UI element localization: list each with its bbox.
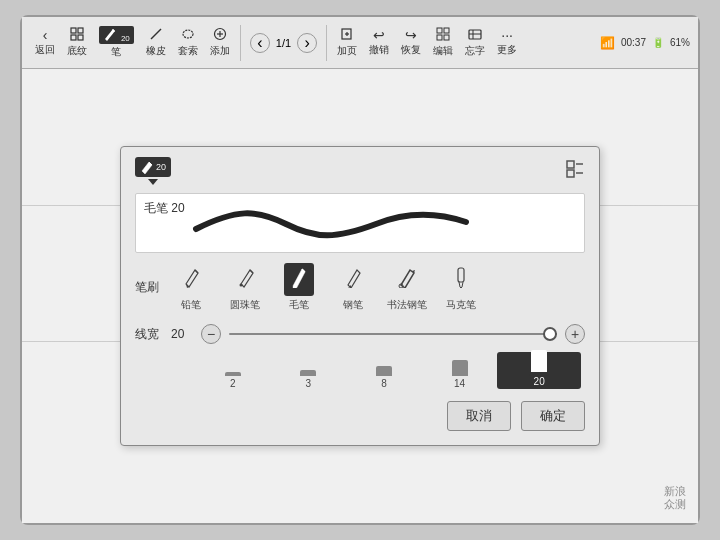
- svg-rect-1: [78, 28, 83, 33]
- pen-panel: 20 毛笔 20 笔刷: [120, 146, 600, 446]
- svg-rect-15: [444, 35, 449, 40]
- status-bar: 📶 00:37 🔋 61%: [600, 36, 690, 50]
- next-page-btn[interactable]: ›: [297, 33, 317, 53]
- btn-row: 取消 确定: [135, 401, 585, 431]
- toolbar-more[interactable]: ··· 更多: [492, 26, 522, 59]
- tick-2[interactable]: 2: [195, 356, 271, 389]
- toolbar-addpage[interactable]: 加页: [332, 25, 362, 60]
- pen-types-row: 笔刷 铅笔 圆珠笔: [135, 263, 585, 312]
- linewidth-plus[interactable]: +: [565, 324, 585, 344]
- toolbar-redo[interactable]: ↪ 恢复: [396, 26, 426, 59]
- wifi-icon: 📶: [600, 36, 615, 50]
- prev-page-btn[interactable]: ‹: [250, 33, 270, 53]
- toolbar-lasso[interactable]: 套索: [173, 25, 203, 60]
- tick-14[interactable]: 14: [422, 356, 498, 389]
- pen-type-fountain[interactable]: 钢笔: [331, 263, 375, 312]
- svg-rect-14: [437, 35, 442, 40]
- expand-icon[interactable]: [565, 159, 585, 183]
- svg-rect-21: [567, 170, 574, 177]
- panel-top-row: 20: [135, 157, 585, 185]
- toolbar-template[interactable]: 底纹: [62, 25, 92, 60]
- pen-icon-selected: 20: [135, 157, 171, 177]
- toolbar: ‹ 返回 底纹 20 笔 橡皮 套索: [22, 17, 698, 69]
- toolbar-undo[interactable]: ↩ 撤销: [364, 26, 394, 59]
- linewidth-slider[interactable]: [229, 324, 557, 344]
- tick-3[interactable]: 3: [271, 356, 347, 389]
- watermark: 新浪 众测: [664, 485, 686, 511]
- stroke-preview: 毛笔 20: [135, 193, 585, 253]
- pen-type-ballpen[interactable]: 圆珠笔: [223, 263, 267, 312]
- svg-rect-0: [71, 28, 76, 33]
- tick-20-selected[interactable]: 20: [497, 352, 581, 389]
- toolbar-back[interactable]: ‹ 返回: [30, 26, 60, 59]
- sep1: [240, 25, 241, 61]
- pen-type-calligraphy[interactable]: 书法钢笔: [385, 263, 429, 312]
- toolbar-edit[interactable]: 编辑: [428, 25, 458, 60]
- svg-line-4: [151, 29, 161, 39]
- sep2: [326, 25, 327, 61]
- tick-8[interactable]: 8: [346, 356, 422, 389]
- linewidth-minus[interactable]: −: [201, 324, 221, 344]
- svg-rect-2: [71, 35, 76, 40]
- selected-pen-display: 20: [135, 157, 171, 185]
- pen-types-list: 铅笔 圆珠笔 毛笔: [169, 263, 483, 312]
- svg-rect-25: [458, 268, 464, 282]
- battery-level: 61%: [670, 37, 690, 48]
- page-nav: ‹ 1/1 ›: [246, 33, 321, 53]
- svg-point-23: [240, 284, 243, 287]
- svg-point-5: [183, 30, 193, 38]
- svg-rect-3: [78, 35, 83, 40]
- pen-type-brush[interactable]: 毛笔: [277, 263, 321, 312]
- panel-triangle: [148, 179, 158, 185]
- pen-type-pencil[interactable]: 铅笔: [169, 263, 213, 312]
- confirm-button[interactable]: 确定: [521, 401, 585, 431]
- device-frame: ‹ 返回 底纹 20 笔 橡皮 套索: [20, 15, 700, 525]
- toolbar-forget[interactable]: 忘字: [460, 25, 490, 60]
- pen-type-marker[interactable]: 马克笔: [439, 263, 483, 312]
- cancel-button[interactable]: 取消: [447, 401, 511, 431]
- svg-rect-13: [444, 28, 449, 33]
- ticks-row: 2 3 8 14: [135, 352, 585, 389]
- toolbar-add[interactable]: 添加: [205, 25, 235, 60]
- svg-rect-19: [567, 161, 574, 168]
- page-indicator: 1/1: [272, 37, 295, 49]
- toolbar-pen[interactable]: 20 笔: [94, 24, 139, 61]
- main-area: 20 毛笔 20 笔刷: [22, 69, 698, 523]
- time-display: 00:37: [621, 37, 646, 48]
- toolbar-eraser[interactable]: 橡皮: [141, 25, 171, 60]
- battery-icon: 🔋: [652, 37, 664, 48]
- svg-rect-12: [437, 28, 442, 33]
- linewidth-row: 线宽 20 − +: [135, 324, 585, 344]
